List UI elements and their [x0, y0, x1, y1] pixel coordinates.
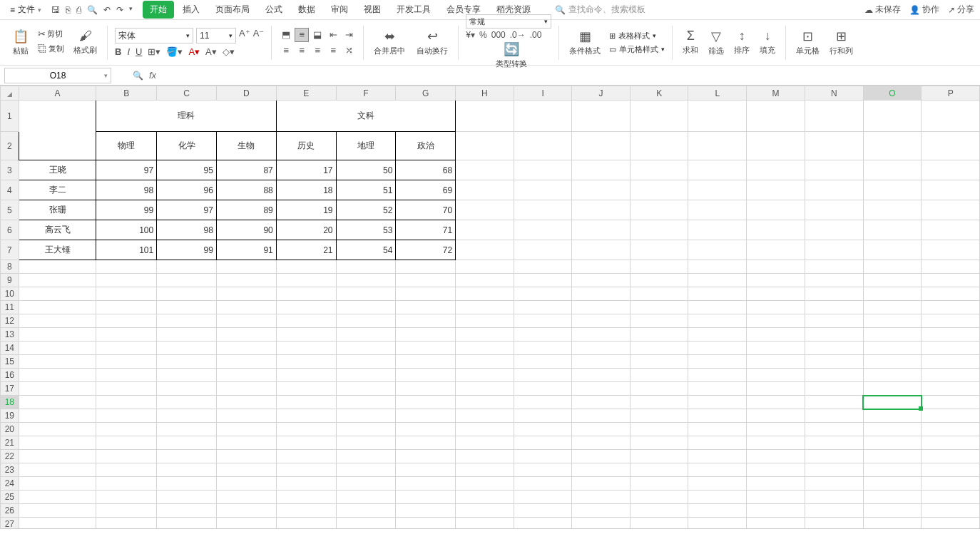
cell-J25[interactable] — [572, 491, 631, 504]
col-header-D[interactable]: D — [216, 86, 276, 101]
indent-decrease-icon[interactable]: ⇤ — [326, 28, 340, 42]
cell-F23[interactable] — [336, 463, 396, 477]
currency-icon[interactable]: ¥▾ — [466, 30, 475, 40]
cell-D8[interactable] — [216, 260, 276, 274]
cell-B9[interactable] — [96, 274, 157, 287]
cell-D10[interactable] — [216, 287, 276, 301]
score-4-5[interactable]: 72 — [396, 240, 456, 260]
cell-F12[interactable] — [336, 314, 396, 328]
cell-L19[interactable] — [688, 409, 747, 423]
row-header-5[interactable]: 5 — [1, 200, 19, 220]
cell-G19[interactable] — [396, 409, 456, 423]
row-header-4[interactable]: 4 — [1, 180, 19, 200]
row-header-18[interactable]: 18 — [1, 396, 19, 409]
cell-L25[interactable] — [688, 491, 747, 504]
cell-J26[interactable] — [572, 504, 631, 518]
cell-M1[interactable] — [747, 101, 805, 132]
cell-I9[interactable] — [514, 274, 572, 287]
cell-C8[interactable] — [157, 260, 217, 274]
cell-P17[interactable] — [922, 382, 980, 396]
student-name-0[interactable]: 王晓 — [19, 160, 96, 180]
select-all-corner[interactable]: ◢ — [1, 86, 19, 101]
col-header-M[interactable]: M — [747, 86, 805, 101]
italic-icon[interactable]: I — [127, 46, 130, 57]
cell-G16[interactable] — [396, 369, 456, 382]
cell-P15[interactable] — [922, 355, 980, 369]
cell-M19[interactable] — [747, 409, 805, 423]
cell-K15[interactable] — [630, 355, 688, 369]
cell-I15[interactable] — [514, 355, 572, 369]
cell-M23[interactable] — [747, 463, 805, 477]
cell-K19[interactable] — [630, 409, 688, 423]
subject-3[interactable]: 历史 — [276, 132, 336, 160]
sort-button[interactable]: ↕排序 — [731, 27, 752, 58]
border-icon[interactable]: ⊞▾ — [148, 46, 160, 57]
cell-J6[interactable] — [572, 220, 631, 240]
rows-cols-button[interactable]: ⊞行和列 — [827, 27, 856, 58]
save-icon[interactable]: 🖫 — [51, 5, 60, 15]
col-header-B[interactable]: B — [96, 86, 157, 101]
cell-K9[interactable] — [630, 274, 688, 287]
cell-G25[interactable] — [396, 491, 456, 504]
cell-E9[interactable] — [276, 274, 336, 287]
cell-F8[interactable] — [336, 260, 396, 274]
cell-E24[interactable] — [276, 477, 336, 491]
cell-J18[interactable] — [572, 396, 631, 409]
cell-I12[interactable] — [514, 314, 572, 328]
row-header-13[interactable]: 13 — [1, 328, 19, 342]
cell-L8[interactable] — [688, 260, 747, 274]
cell-M2[interactable] — [747, 132, 805, 160]
cell-E27[interactable] — [276, 518, 336, 529]
cell-C15[interactable] — [157, 355, 217, 369]
ribbon-tab-5[interactable]: 审阅 — [324, 1, 355, 19]
cell-H1[interactable] — [456, 101, 514, 132]
cell-F10[interactable] — [336, 287, 396, 301]
cell-K20[interactable] — [630, 423, 688, 436]
cell-E20[interactable] — [276, 423, 336, 436]
cell-O4[interactable] — [863, 180, 922, 200]
cell-B10[interactable] — [96, 287, 157, 301]
cell-A14[interactable] — [19, 342, 96, 355]
cell-E18[interactable] — [276, 396, 336, 409]
cell-K25[interactable] — [630, 491, 688, 504]
cell-I8[interactable] — [514, 260, 572, 274]
cell-N1[interactable] — [805, 101, 863, 132]
cell-F18[interactable] — [336, 396, 396, 409]
cell-E8[interactable] — [276, 260, 336, 274]
row-header-20[interactable]: 20 — [1, 423, 19, 436]
cell-H24[interactable] — [456, 477, 514, 491]
cell-F14[interactable] — [336, 342, 396, 355]
cell-D26[interactable] — [216, 504, 276, 518]
increase-decimal-icon[interactable]: .0→ — [510, 30, 526, 40]
cell-K11[interactable] — [630, 301, 688, 314]
cell-N10[interactable] — [805, 287, 863, 301]
cell-O21[interactable] — [863, 436, 922, 450]
cell-F19[interactable] — [336, 409, 396, 423]
cell-L17[interactable] — [688, 382, 747, 396]
cell-M3[interactable] — [747, 160, 805, 180]
score-1-3[interactable]: 18 — [276, 180, 336, 200]
cell-A17[interactable] — [19, 382, 96, 396]
align-bottom-icon[interactable]: ⬓ — [310, 28, 325, 42]
cell-K8[interactable] — [630, 260, 688, 274]
cell-G18[interactable] — [396, 396, 456, 409]
cell-M17[interactable] — [747, 382, 805, 396]
row-header-8[interactable]: 8 — [1, 260, 19, 274]
cell-L27[interactable] — [688, 518, 747, 529]
highlight-icon[interactable]: A▾ — [205, 46, 217, 57]
cell-J13[interactable] — [572, 328, 631, 342]
cell-E10[interactable] — [276, 287, 336, 301]
cell-C18[interactable] — [157, 396, 217, 409]
cell-K4[interactable] — [630, 180, 688, 200]
col-header-H[interactable]: H — [456, 86, 514, 101]
cell-O3[interactable] — [863, 160, 922, 180]
cell-J14[interactable] — [572, 342, 631, 355]
cell-O18[interactable] — [863, 396, 922, 409]
cell-K7[interactable] — [630, 240, 688, 260]
ribbon-tab-4[interactable]: 数据 — [291, 1, 322, 19]
cell-H27[interactable] — [456, 518, 514, 529]
cell-F22[interactable] — [336, 450, 396, 463]
copy-button[interactable]: ⿻复制 — [36, 42, 66, 56]
cell-D22[interactable] — [216, 450, 276, 463]
cell-N8[interactable] — [805, 260, 863, 274]
